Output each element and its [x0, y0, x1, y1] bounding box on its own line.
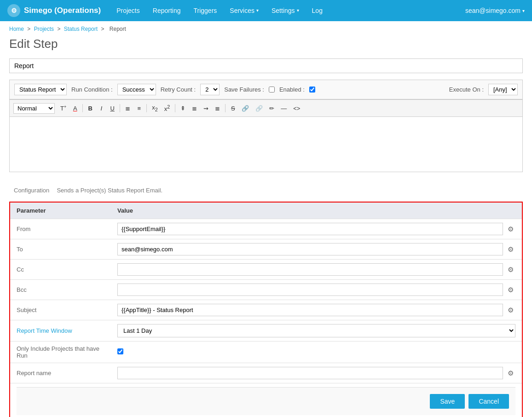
table-row: Subject ⚙: [10, 300, 522, 320]
col-value: Value: [111, 202, 522, 219]
subscript-btn[interactable]: x2: [149, 103, 161, 114]
config-title: Configuration Sends a Project(s) Status …: [9, 183, 523, 195]
bcc-gear-btn[interactable]: ⚙: [506, 285, 515, 295]
breadcrumb-status-report[interactable]: Status Report: [64, 26, 98, 32]
save-failures-checkbox[interactable]: [269, 87, 275, 93]
brand-name: Simego (Operations): [24, 6, 101, 15]
breadcrumb-home[interactable]: Home: [9, 26, 24, 32]
param-report-name-value: ⚙: [111, 363, 522, 383]
format-select[interactable]: Normal Heading 1 Heading 2 Heading 3: [13, 103, 55, 114]
subject-gear-btn[interactable]: ⚙: [506, 305, 515, 315]
link-btn[interactable]: 🔗: [239, 104, 252, 113]
subject-input[interactable]: [117, 304, 503, 316]
only-include-checkbox[interactable]: [117, 348, 123, 354]
table-row: Bcc ⚙: [10, 280, 522, 300]
logo-icon: ⚙: [7, 4, 20, 17]
param-time-window-label: Report Time Window: [10, 320, 111, 342]
editor-area[interactable]: [9, 117, 523, 172]
superscript-btn[interactable]: x2: [162, 103, 173, 114]
table-row: Cc ⚙: [10, 260, 522, 280]
source-btn[interactable]: <>: [290, 104, 303, 113]
time-window-select[interactable]: Last 1 Day Last 7 Days Last 30 Days: [117, 324, 515, 337]
param-bcc-label: Bcc: [10, 280, 111, 300]
col-parameter: Parameter: [10, 202, 111, 219]
nav-services[interactable]: Services ▾: [223, 0, 265, 21]
to-input[interactable]: [117, 243, 503, 255]
nav-reporting[interactable]: Reporting: [146, 0, 187, 21]
bcc-input[interactable]: [117, 284, 503, 296]
underline-btn[interactable]: U: [107, 104, 117, 113]
param-only-include-label: Only Include Projects that have Run: [10, 342, 111, 363]
param-to-value: ⚙: [111, 239, 522, 260]
param-from-label: From: [10, 219, 111, 239]
execute-on-label: Execute On :: [449, 86, 484, 93]
breadcrumb: Home > Projects > Status Report > Report: [0, 21, 532, 37]
table-row: Report Time Window Last 1 Day Last 7 Day…: [10, 320, 522, 342]
cc-input[interactable]: [117, 263, 503, 276]
report-name-input[interactable]: [117, 367, 503, 379]
italic-btn[interactable]: I: [96, 104, 106, 113]
step-name-input[interactable]: [9, 58, 523, 73]
brand[interactable]: ⚙ Simego (Operations): [7, 4, 101, 17]
bold-btn[interactable]: B: [85, 104, 95, 113]
from-input[interactable]: [117, 223, 503, 235]
font-color-btn[interactable]: A: [70, 104, 80, 113]
unlink-btn[interactable]: 🔗: [253, 104, 266, 113]
nav-settings[interactable]: Settings ▾: [265, 0, 306, 21]
align-center-btn[interactable]: ≣: [189, 104, 200, 113]
justify-btn[interactable]: ≣: [212, 104, 223, 113]
run-condition-select[interactable]: Success Failure Always: [117, 84, 156, 95]
table-row: From ⚙: [10, 219, 522, 239]
breadcrumb-projects[interactable]: Projects: [34, 26, 54, 32]
table-header-row: Parameter Value: [10, 202, 522, 219]
param-bcc-value: ⚙: [111, 280, 522, 300]
param-report-name-label: Report name: [10, 363, 111, 383]
toolbar-sep-1: [82, 104, 83, 112]
from-gear-btn[interactable]: ⚙: [506, 224, 515, 234]
enabled-label: Enabled :: [279, 86, 305, 93]
step-type-select[interactable]: Status Report: [14, 84, 67, 95]
step-options-row: Status Report Run Condition : Success Fa…: [9, 80, 523, 99]
strikethrough-btn[interactable]: S: [228, 104, 238, 113]
align-right-btn[interactable]: ⇝: [201, 104, 211, 113]
param-to-label: To: [10, 239, 111, 260]
breadcrumb-sep-1: >: [27, 26, 32, 32]
enabled-checkbox[interactable]: [309, 87, 315, 93]
action-cell: Save Cancel: [10, 383, 522, 417]
save-button[interactable]: Save: [430, 394, 465, 409]
run-condition-label: Run Condition :: [71, 86, 113, 93]
breadcrumb-current: Report: [110, 26, 126, 32]
services-caret-icon: ▾: [256, 0, 259, 21]
cancel-button[interactable]: Cancel: [468, 394, 509, 409]
nav-log[interactable]: Log: [306, 0, 329, 21]
nav-triggers[interactable]: Triggers: [187, 0, 223, 21]
hr-btn[interactable]: —: [278, 104, 289, 113]
report-name-gear-btn[interactable]: ⚙: [506, 368, 515, 378]
config-table: Parameter Value From ⚙ To: [9, 202, 523, 417]
toolbar-sep-5: [225, 104, 226, 112]
unordered-list-btn[interactable]: ≡: [134, 104, 144, 113]
table-row: Only Include Projects that have Run: [10, 342, 522, 363]
cc-gear-btn[interactable]: ⚙: [506, 265, 515, 275]
highlight-btn[interactable]: ✏: [266, 104, 277, 113]
user-email: sean@simego.com: [465, 7, 520, 14]
table-row: To ⚙: [10, 239, 522, 260]
ordered-list-btn[interactable]: ≣: [122, 104, 133, 113]
save-failures-label: Save Failures :: [224, 86, 264, 93]
editor-toolbar: Normal Heading 1 Heading 2 Heading 3 T+ …: [9, 99, 523, 117]
breadcrumb-sep-3: >: [101, 26, 105, 32]
to-gear-btn[interactable]: ⚙: [506, 244, 515, 255]
param-subject-value: ⚙: [111, 300, 522, 320]
font-size-btn[interactable]: T+: [58, 103, 69, 113]
param-only-include-value: [111, 342, 522, 363]
align-left-btn[interactable]: ⇞: [178, 104, 188, 113]
retry-count-select[interactable]: 0 1 2 3 4 5: [200, 84, 220, 95]
action-row: Save Cancel: [10, 383, 522, 417]
page-title: Edit Step: [9, 37, 523, 51]
nav-projects[interactable]: Projects: [110, 0, 146, 21]
navbar: ⚙ Simego (Operations) Projects Reporting…: [0, 0, 532, 21]
param-from-value: ⚙: [111, 219, 522, 239]
settings-caret-icon: ▾: [297, 0, 299, 21]
user-menu[interactable]: sean@simego.com ▾: [465, 7, 525, 14]
execute-on-select[interactable]: [Any]: [488, 84, 518, 95]
